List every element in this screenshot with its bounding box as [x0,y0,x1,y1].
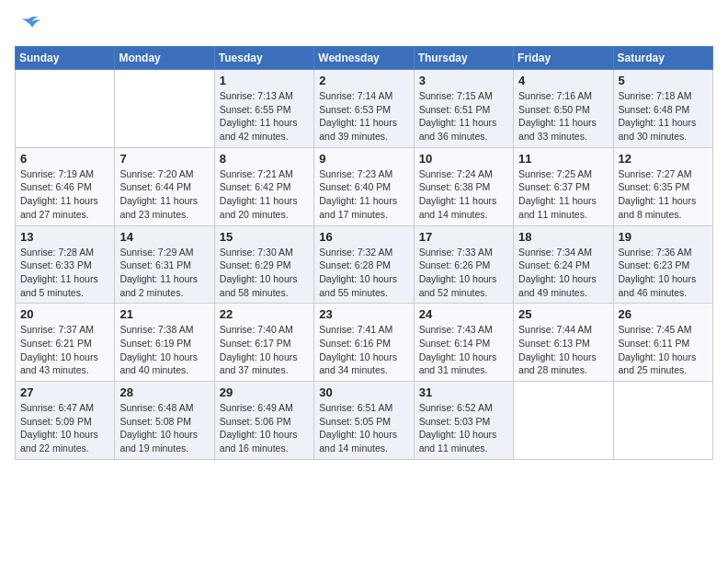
calendar-cell: 9Sunrise: 7:23 AM Sunset: 6:40 PM Daylig… [314,147,414,225]
weekday-header: Thursday [414,47,513,70]
calendar-cell: 3Sunrise: 7:15 AM Sunset: 6:51 PM Daylig… [414,70,513,148]
calendar-cell: 25Sunrise: 7:44 AM Sunset: 6:13 PM Dayli… [514,304,613,382]
day-number: 6 [20,152,109,166]
calendar-cell: 13Sunrise: 7:28 AM Sunset: 6:33 PM Dayli… [16,225,115,304]
calendar-cell: 21Sunrise: 7:38 AM Sunset: 6:19 PM Dayli… [115,304,214,382]
calendar-cell: 22Sunrise: 7:40 AM Sunset: 6:17 PM Dayli… [214,304,313,382]
day-number: 1 [220,74,309,87]
weekday-header: Friday [514,47,613,70]
calendar-cell: 18Sunrise: 7:34 AM Sunset: 6:24 PM Dayli… [514,225,613,304]
day-number: 30 [319,385,408,399]
day-number: 9 [319,152,408,166]
weekday-header: Monday [115,47,214,70]
day-info: Sunrise: 7:33 AM Sunset: 6:26 PM Dayligh… [419,246,508,300]
calendar-week-row: 1Sunrise: 7:13 AM Sunset: 6:55 PM Daylig… [16,70,713,148]
day-info: Sunrise: 7:36 AM Sunset: 6:23 PM Dayligh… [619,246,708,300]
day-info: Sunrise: 7:18 AM Sunset: 6:48 PM Dayligh… [619,89,708,144]
day-number: 5 [619,74,708,87]
day-info: Sunrise: 7:34 AM Sunset: 6:24 PM Dayligh… [518,246,608,300]
day-info: Sunrise: 6:49 AM Sunset: 5:06 PM Dayligh… [220,401,309,455]
day-info: Sunrise: 7:23 AM Sunset: 6:40 PM Dayligh… [319,167,408,222]
day-info: Sunrise: 7:45 AM Sunset: 6:11 PM Dayligh… [619,323,708,377]
day-number: 26 [619,307,708,321]
day-number: 23 [319,307,408,321]
day-info: Sunrise: 7:21 AM Sunset: 6:42 PM Dayligh… [220,167,309,222]
day-number: 27 [20,385,109,399]
calendar-cell: 1Sunrise: 7:13 AM Sunset: 6:55 PM Daylig… [214,70,313,148]
day-number: 8 [220,152,309,166]
calendar-cell: 28Sunrise: 6:48 AM Sunset: 5:08 PM Dayli… [115,382,214,460]
day-number: 17 [419,230,508,244]
day-info: Sunrise: 7:15 AM Sunset: 6:51 PM Dayligh… [419,89,508,144]
calendar-header-row: SundayMondayTuesdayWednesdayThursdayFrid… [16,47,713,70]
day-number: 4 [518,74,608,87]
calendar-cell: 11Sunrise: 7:25 AM Sunset: 6:37 PM Dayli… [514,147,613,225]
calendar-cell: 29Sunrise: 6:49 AM Sunset: 5:06 PM Dayli… [214,382,313,460]
calendar-week-row: 20Sunrise: 7:37 AM Sunset: 6:21 PM Dayli… [16,304,713,382]
day-info: Sunrise: 7:24 AM Sunset: 6:38 PM Dayligh… [419,167,508,222]
day-info: Sunrise: 7:32 AM Sunset: 6:28 PM Dayligh… [319,246,408,300]
calendar-week-row: 13Sunrise: 7:28 AM Sunset: 6:33 PM Dayli… [16,225,713,304]
logo-bird-icon [17,15,42,35]
day-info: Sunrise: 7:20 AM Sunset: 6:44 PM Dayligh… [119,167,209,222]
calendar-cell: 24Sunrise: 7:43 AM Sunset: 6:14 PM Dayli… [414,304,513,382]
calendar-cell: 5Sunrise: 7:18 AM Sunset: 6:48 PM Daylig… [613,70,712,148]
day-info: Sunrise: 7:25 AM Sunset: 6:37 PM Dayligh… [518,167,608,222]
calendar-cell: 17Sunrise: 7:33 AM Sunset: 6:26 PM Dayli… [414,225,513,304]
calendar-table: SundayMondayTuesdayWednesdayThursdayFrid… [15,46,713,460]
calendar-cell: 30Sunrise: 6:51 AM Sunset: 5:05 PM Dayli… [314,382,414,460]
day-number: 22 [220,307,309,321]
calendar-cell [16,70,115,148]
calendar-cell: 26Sunrise: 7:45 AM Sunset: 6:11 PM Dayli… [613,304,712,382]
calendar-cell: 23Sunrise: 7:41 AM Sunset: 6:16 PM Dayli… [314,304,414,382]
day-info: Sunrise: 7:16 AM Sunset: 6:50 PM Dayligh… [518,89,608,144]
day-info: Sunrise: 7:44 AM Sunset: 6:13 PM Dayligh… [518,323,608,377]
day-number: 25 [518,307,608,321]
calendar-cell: 8Sunrise: 7:21 AM Sunset: 6:42 PM Daylig… [214,147,313,225]
day-number: 18 [518,230,608,244]
day-number: 29 [220,385,309,399]
day-number: 24 [419,307,508,321]
page-header [15,15,713,35]
day-info: Sunrise: 7:27 AM Sunset: 6:35 PM Dayligh… [619,167,708,222]
day-info: Sunrise: 7:37 AM Sunset: 6:21 PM Dayligh… [20,323,109,377]
day-info: Sunrise: 7:13 AM Sunset: 6:55 PM Dayligh… [220,89,309,144]
calendar-cell: 12Sunrise: 7:27 AM Sunset: 6:35 PM Dayli… [613,147,712,225]
day-number: 14 [119,230,209,244]
calendar-cell: 15Sunrise: 7:30 AM Sunset: 6:29 PM Dayli… [214,225,313,304]
calendar-cell: 14Sunrise: 7:29 AM Sunset: 6:31 PM Dayli… [115,225,214,304]
calendar-cell: 4Sunrise: 7:16 AM Sunset: 6:50 PM Daylig… [514,70,613,148]
day-info: Sunrise: 7:29 AM Sunset: 6:31 PM Dayligh… [119,246,209,300]
calendar-cell: 6Sunrise: 7:19 AM Sunset: 6:46 PM Daylig… [16,147,115,225]
day-number: 28 [119,385,209,399]
calendar-cell [613,382,712,460]
day-info: Sunrise: 7:43 AM Sunset: 6:14 PM Dayligh… [419,323,508,377]
calendar-week-row: 6Sunrise: 7:19 AM Sunset: 6:46 PM Daylig… [16,147,713,225]
day-number: 7 [119,152,209,166]
calendar-cell: 16Sunrise: 7:32 AM Sunset: 6:28 PM Dayli… [314,225,414,304]
calendar-cell [115,70,214,148]
day-number: 3 [419,74,508,87]
calendar-week-row: 27Sunrise: 6:47 AM Sunset: 5:09 PM Dayli… [16,382,713,460]
weekday-header: Wednesday [314,47,414,70]
day-info: Sunrise: 7:28 AM Sunset: 6:33 PM Dayligh… [20,246,109,300]
day-number: 2 [319,74,408,87]
day-number: 19 [619,230,708,244]
day-info: Sunrise: 7:41 AM Sunset: 6:16 PM Dayligh… [319,323,408,377]
day-info: Sunrise: 6:52 AM Sunset: 5:03 PM Dayligh… [419,401,508,455]
day-number: 15 [220,230,309,244]
logo [15,15,42,35]
day-number: 10 [419,152,508,166]
day-info: Sunrise: 7:38 AM Sunset: 6:19 PM Dayligh… [119,323,209,377]
weekday-header: Sunday [16,47,115,70]
calendar-cell: 7Sunrise: 7:20 AM Sunset: 6:44 PM Daylig… [115,147,214,225]
day-number: 12 [619,152,708,166]
day-info: Sunrise: 6:47 AM Sunset: 5:09 PM Dayligh… [20,401,109,455]
calendar-cell: 2Sunrise: 7:14 AM Sunset: 6:53 PM Daylig… [314,70,414,148]
weekday-header: Saturday [613,47,712,70]
day-info: Sunrise: 7:14 AM Sunset: 6:53 PM Dayligh… [319,89,408,144]
day-info: Sunrise: 6:48 AM Sunset: 5:08 PM Dayligh… [119,401,209,455]
calendar-cell: 10Sunrise: 7:24 AM Sunset: 6:38 PM Dayli… [414,147,513,225]
day-number: 16 [319,230,408,244]
day-number: 13 [20,230,109,244]
